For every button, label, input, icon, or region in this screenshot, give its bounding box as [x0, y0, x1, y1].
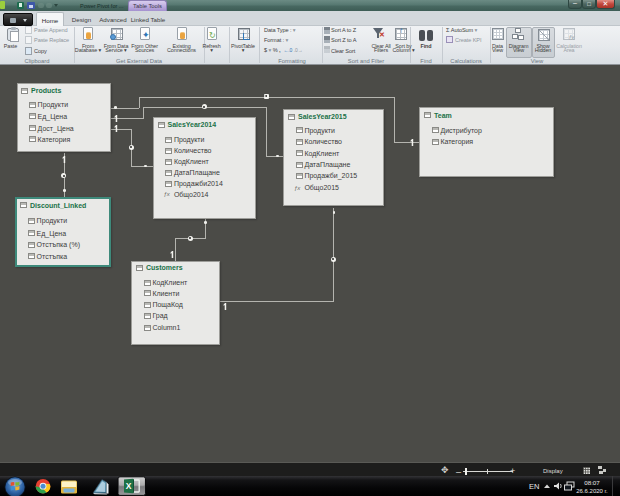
svg-text:X: X [126, 481, 132, 491]
svg-text:EN: EN [529, 482, 539, 491]
svg-text:26.6.2020 г.: 26.6.2020 г. [576, 488, 608, 494]
svg-text:08:07: 08:07 [584, 479, 600, 486]
